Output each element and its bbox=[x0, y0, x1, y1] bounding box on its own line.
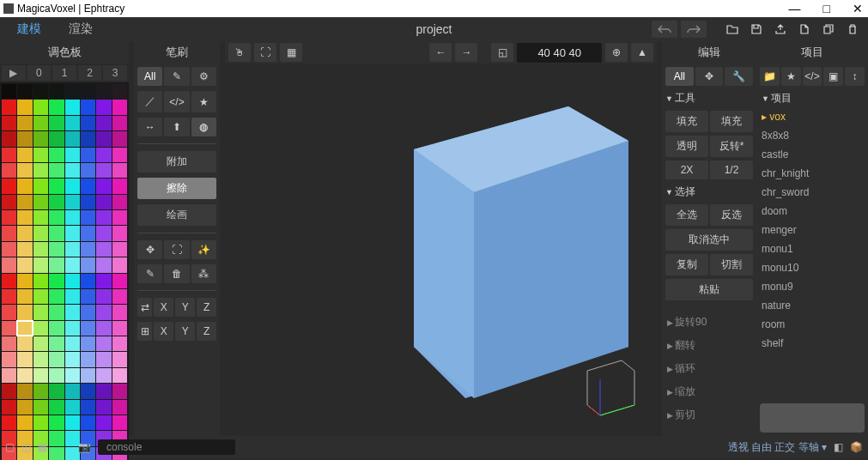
palette-swatch[interactable] bbox=[17, 289, 32, 304]
select-all[interactable]: 全选 bbox=[665, 204, 708, 226]
palette-swatch[interactable] bbox=[2, 305, 16, 319]
delete-icon[interactable] bbox=[842, 21, 863, 38]
pointer-icon[interactable]: 🖱 bbox=[228, 43, 251, 62]
palette-swatch[interactable] bbox=[33, 384, 48, 398]
brush-all-button[interactable]: All bbox=[137, 67, 162, 86]
palette-tab-2[interactable]: 2 bbox=[78, 65, 102, 81]
expand-icon[interactable]: ⛶ bbox=[254, 43, 276, 62]
layout-2-icon[interactable]: ◫ bbox=[21, 441, 31, 453]
palette-swatch[interactable] bbox=[17, 163, 32, 178]
palette-swatch[interactable] bbox=[96, 179, 111, 193]
project-item[interactable]: chr_knight bbox=[756, 164, 868, 183]
section-shear[interactable]: ▶剪切 bbox=[665, 405, 753, 425]
camera-icon[interactable]: 📷 bbox=[78, 441, 91, 453]
project-item[interactable]: room bbox=[756, 315, 868, 334]
palette-swatch[interactable] bbox=[2, 368, 16, 383]
palette-grid[interactable] bbox=[0, 82, 129, 460]
palette-swatch[interactable] bbox=[96, 226, 111, 240]
palette-swatch[interactable] bbox=[65, 84, 80, 99]
palette-swatch[interactable] bbox=[65, 179, 80, 193]
section-tool[interactable]: ▼工具 bbox=[665, 89, 753, 107]
tab-render[interactable]: 渲染 bbox=[57, 18, 105, 40]
brush-move-icon[interactable]: ✥ bbox=[137, 240, 162, 259]
palette-swatch[interactable] bbox=[17, 195, 32, 209]
tool-fill-2[interactable]: 填充 bbox=[710, 111, 753, 132]
palette-swatch[interactable] bbox=[96, 336, 111, 351]
palette-swatch[interactable] bbox=[33, 274, 48, 288]
palette-tab-3[interactable]: 3 bbox=[103, 65, 127, 81]
palette-swatch[interactable] bbox=[65, 242, 80, 257]
palette-swatch[interactable] bbox=[81, 336, 95, 351]
layout-1-icon[interactable]: ▢ bbox=[5, 441, 15, 453]
palette-swatch[interactable] bbox=[81, 100, 95, 114]
palette-swatch[interactable] bbox=[96, 100, 111, 114]
palette-swatch[interactable] bbox=[96, 257, 111, 272]
palette-swatch[interactable] bbox=[2, 336, 16, 351]
grid-icon[interactable]: ▦ bbox=[280, 43, 302, 62]
brush-trash-icon[interactable]: 🗑 bbox=[164, 264, 189, 283]
project-code-icon[interactable]: </> bbox=[803, 67, 822, 86]
palette-swatch[interactable] bbox=[112, 384, 127, 398]
export-icon[interactable] bbox=[770, 21, 791, 38]
palette-swatch[interactable] bbox=[49, 195, 64, 209]
palette-swatch[interactable] bbox=[49, 210, 64, 225]
palette-swatch[interactable] bbox=[17, 131, 32, 146]
palette-swatch[interactable] bbox=[2, 321, 16, 336]
palette-swatch[interactable] bbox=[2, 179, 16, 193]
palette-swatch[interactable] bbox=[65, 368, 80, 383]
up-icon[interactable]: ▲ bbox=[631, 43, 653, 62]
palette-swatch[interactable] bbox=[96, 195, 111, 209]
palette-swatch[interactable] bbox=[33, 148, 48, 162]
palette-swatch[interactable] bbox=[33, 226, 48, 240]
palette-swatch[interactable] bbox=[112, 131, 127, 146]
palette-swatch[interactable] bbox=[17, 336, 32, 351]
crop-icon[interactable]: ◱ bbox=[491, 43, 513, 62]
palette-swatch[interactable] bbox=[112, 415, 127, 430]
palette-swatch[interactable] bbox=[2, 384, 16, 398]
palette-swatch[interactable] bbox=[17, 116, 32, 130]
palette-swatch[interactable] bbox=[81, 274, 95, 288]
palette-swatch[interactable] bbox=[49, 352, 64, 366]
palette-swatch[interactable] bbox=[96, 116, 111, 130]
select-paste[interactable]: 粘贴 bbox=[665, 279, 753, 300]
palette-swatch[interactable] bbox=[112, 148, 127, 162]
palette-swatch[interactable] bbox=[17, 226, 32, 240]
palette-swatch[interactable] bbox=[49, 400, 64, 415]
view-mode-status[interactable]: 透视 自由 正交 等轴 ▾ bbox=[728, 440, 827, 455]
palette-swatch[interactable] bbox=[81, 148, 95, 162]
palette-swatch[interactable] bbox=[33, 352, 48, 366]
palette-tab-1[interactable]: 1 bbox=[52, 65, 76, 81]
palette-swatch[interactable] bbox=[17, 384, 32, 398]
project-item[interactable]: monu9 bbox=[756, 277, 868, 296]
project-item[interactable]: monu10 bbox=[756, 258, 868, 277]
palette-swatch[interactable] bbox=[2, 100, 16, 114]
palette-swatch[interactable] bbox=[2, 148, 16, 162]
axis-z[interactable]: Z bbox=[197, 322, 216, 341]
palette-swatch[interactable] bbox=[96, 368, 111, 383]
fit-icon[interactable]: ⊕ bbox=[605, 43, 628, 62]
palette-swatch[interactable] bbox=[33, 257, 48, 272]
project-item[interactable]: ▸ vox bbox=[756, 107, 868, 126]
select-cut[interactable]: 切割 bbox=[710, 254, 753, 275]
palette-swatch[interactable] bbox=[49, 305, 64, 319]
palette-swatch[interactable] bbox=[112, 116, 127, 130]
palette-swatch[interactable] bbox=[33, 163, 48, 178]
palette-swatch[interactable] bbox=[65, 148, 80, 162]
palette-swatch[interactable] bbox=[96, 163, 111, 178]
palette-swatch[interactable] bbox=[2, 195, 16, 209]
palette-swatch[interactable] bbox=[65, 289, 80, 304]
palette-swatch[interactable] bbox=[112, 289, 127, 304]
palette-swatch[interactable] bbox=[49, 179, 64, 193]
palette-swatch[interactable] bbox=[2, 415, 16, 430]
palette-swatch[interactable] bbox=[2, 352, 16, 366]
brush-tool-gear-icon[interactable]: ⚙ bbox=[191, 67, 216, 86]
palette-swatch[interactable] bbox=[65, 274, 80, 288]
maximize-button[interactable]: □ bbox=[823, 2, 830, 15]
project-sort-icon[interactable]: ↕ bbox=[845, 67, 865, 86]
palette-swatch[interactable] bbox=[112, 257, 127, 272]
palette-swatch[interactable] bbox=[96, 400, 111, 415]
palette-swatch[interactable] bbox=[33, 131, 48, 146]
palette-swatch[interactable] bbox=[96, 289, 111, 304]
brush-line-icon[interactable]: ／ bbox=[137, 91, 162, 112]
project-item[interactable]: menger bbox=[756, 221, 868, 239]
